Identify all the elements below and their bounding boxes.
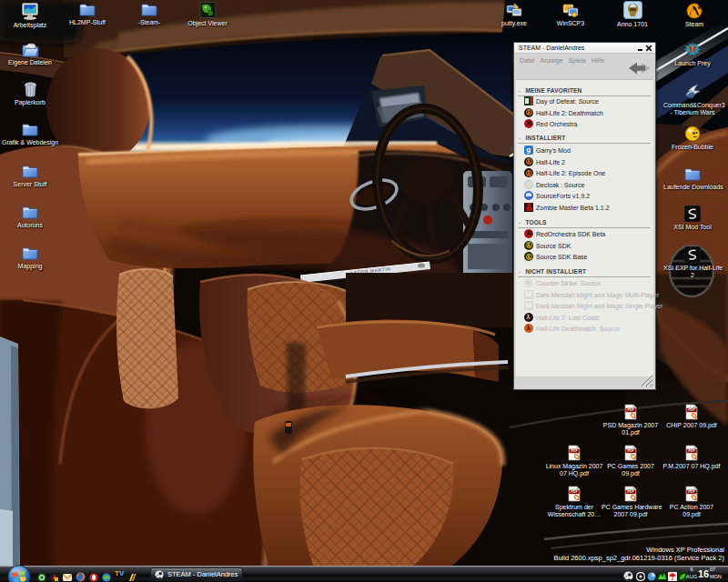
svg-text:2: 2 [698, 4, 701, 9]
